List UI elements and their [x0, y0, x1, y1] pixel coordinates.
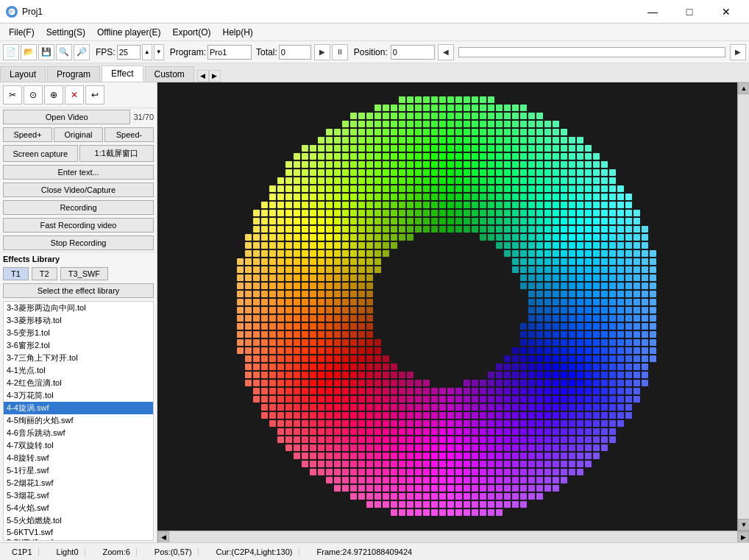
fps-input[interactable]	[117, 45, 141, 60]
menu-help[interactable]: Help(H)	[217, 26, 259, 39]
cut-icon-button[interactable]: ✂	[3, 85, 22, 104]
position-input[interactable]	[391, 45, 435, 60]
effect-list-item[interactable]: 5-1行星.swf	[4, 464, 153, 477]
svg-rect-20	[415, 104, 422, 111]
screen-capture-button[interactable]: Screen capture	[3, 145, 78, 162]
svg-rect-1484	[480, 412, 486, 419]
enter-text-button[interactable]: Enter text...	[3, 165, 154, 180]
svg-rect-1010	[625, 315, 632, 322]
vertical-scrollbar[interactable]: ▲ ▼	[737, 82, 749, 531]
maximize-button[interactable]: □	[672, 0, 706, 24]
scroll-h-track[interactable]	[169, 531, 737, 542]
copy-icon-button[interactable]: ⊙	[24, 85, 43, 104]
svg-rect-55	[520, 113, 527, 119]
horizontal-scrollbar[interactable]: ◀ ▶	[157, 531, 749, 542]
effect-list-item[interactable]: 4-8旋转.swf	[4, 452, 153, 464]
canvas-inner[interactable]	[157, 82, 737, 531]
svg-rect-1275	[294, 380, 300, 386]
effect-list-item[interactable]: 4-6音乐跳动.swf	[4, 427, 153, 439]
play-button[interactable]: ▶	[314, 44, 330, 60]
search-button[interactable]: 🔍	[56, 44, 72, 60]
effect-list-item[interactable]: 5-4火焰.swf	[4, 502, 153, 514]
progress-bar[interactable]	[458, 47, 725, 57]
fps-up[interactable]: ▲	[142, 44, 152, 60]
effect-list-item[interactable]: 4-2红色渲滴.tol	[4, 377, 153, 389]
search2-button[interactable]: 🔎	[74, 44, 90, 60]
svg-rect-1489	[520, 412, 527, 419]
effect-list-item[interactable]: 4-1光点.tol	[4, 364, 153, 377]
delete-icon-button[interactable]: ✕	[65, 85, 84, 104]
next-button[interactable]: ▶	[730, 44, 746, 60]
close-video-button[interactable]: Close Video/Capture	[3, 182, 154, 197]
svg-rect-307	[310, 177, 316, 184]
effect-list-item[interactable]: 5-5火焰燃烧.tol	[4, 514, 153, 527]
svg-rect-1852	[472, 493, 478, 500]
speed-plus-button[interactable]: Speed+	[3, 127, 52, 142]
effect-tab-t3[interactable]: T3_SWF	[60, 267, 108, 280]
fast-recording-button[interactable]: Fast Recording video	[3, 218, 154, 233]
svg-rect-1388	[455, 396, 462, 403]
stop-recording-button[interactable]: Stop Recording	[3, 235, 154, 250]
svg-rect-1024	[318, 323, 324, 330]
new-button[interactable]: 📄	[3, 44, 19, 60]
fullscreen-button[interactable]: 1:1截屏窗口	[79, 145, 155, 162]
svg-rect-1851	[464, 493, 470, 500]
save-button[interactable]: 💾	[38, 44, 54, 60]
total-input[interactable]	[279, 45, 311, 60]
open-button[interactable]: 📂	[21, 44, 37, 60]
effect-list-item[interactable]: 3-3菱形移动.tol	[4, 314, 153, 327]
minimize-button[interactable]: —	[636, 0, 670, 24]
effect-list-item[interactable]: 3-5变形1.tol	[4, 327, 153, 339]
speed-minus-button[interactable]: Speed-	[104, 127, 154, 142]
svg-rect-53	[504, 113, 511, 119]
svg-rect-1804	[528, 477, 535, 483]
speed-buttons: Speed+ Original Speed-	[3, 127, 154, 142]
effect-tab-t1[interactable]: T1	[3, 267, 29, 280]
effect-list-item[interactable]: 5-6KTV1.swf	[4, 527, 153, 537]
program-input[interactable]	[207, 45, 252, 60]
effect-list-item[interactable]: 4-5绚丽的火焰.swf	[4, 414, 153, 427]
close-button[interactable]: ✕	[709, 0, 743, 24]
scroll-down-button[interactable]: ▼	[738, 519, 749, 531]
scroll-v-track[interactable]	[738, 94, 749, 519]
menu-setting[interactable]: Setting(S)	[40, 26, 91, 39]
effect-list-item[interactable]: 4-4旋涡.swf	[4, 402, 153, 414]
select-effect-button[interactable]: Select the effect library	[3, 283, 154, 298]
paste-icon-button[interactable]: ⊕	[44, 85, 63, 104]
effect-list-item[interactable]: 3-7三角上下对开.tol	[4, 352, 153, 364]
tab-next-button[interactable]: ▶	[209, 70, 221, 82]
svg-rect-1572	[480, 428, 486, 435]
tab-prev-button[interactable]: ◀	[197, 70, 209, 82]
open-video-button[interactable]: Open Video	[3, 110, 130, 124]
effect-tab-t2[interactable]: T2	[32, 267, 57, 280]
effect-list-item[interactable]: 4-3万花筒.tol	[4, 389, 153, 402]
svg-rect-1803	[520, 477, 527, 483]
effect-list-item[interactable]: 3-3菱形两边向中间.tol	[4, 302, 153, 314]
recording-button[interactable]: Recording	[3, 200, 154, 215]
effect-list-item[interactable]: 4-7双旋转.tol	[4, 439, 153, 452]
menu-export[interactable]: Export(O)	[167, 26, 217, 39]
scroll-right-button[interactable]: ▶	[737, 531, 749, 543]
effect-list-item[interactable]: 5-7KTV2.swf	[4, 537, 153, 541]
svg-rect-531	[277, 218, 284, 224]
undo-icon-button[interactable]: ↩	[85, 85, 104, 104]
menu-file[interactable]: File(F)	[3, 26, 40, 39]
svg-rect-1503	[269, 420, 276, 427]
pause-button[interactable]: ⏸	[332, 44, 348, 60]
svg-rect-962	[350, 307, 357, 313]
scroll-up-button[interactable]: ▲	[738, 82, 749, 94]
svg-rect-1067	[536, 331, 543, 338]
effects-list[interactable]: 3-3菱形两边向中间.tol3-3菱形移动.tol3-5变形1.tol3-6窗形…	[3, 301, 154, 541]
prev-button[interactable]: ◀	[438, 44, 454, 60]
effect-list-item[interactable]: 5-3烟花.swf	[4, 489, 153, 502]
tab-layout[interactable]: Layout	[0, 66, 46, 82]
scroll-left-button[interactable]: ◀	[157, 531, 169, 543]
tab-effect[interactable]: Effect	[102, 65, 143, 82]
menu-offline-player[interactable]: Offline player(E)	[91, 26, 166, 39]
tab-program[interactable]: Program	[47, 66, 100, 82]
effect-list-item[interactable]: 5-2烟花1.swf	[4, 477, 153, 489]
tab-custom[interactable]: Custom	[145, 66, 194, 82]
effect-list-item[interactable]: 3-6窗形2.tol	[4, 339, 153, 352]
fps-down[interactable]: ▼	[154, 44, 164, 60]
original-button[interactable]: Original	[54, 127, 103, 142]
